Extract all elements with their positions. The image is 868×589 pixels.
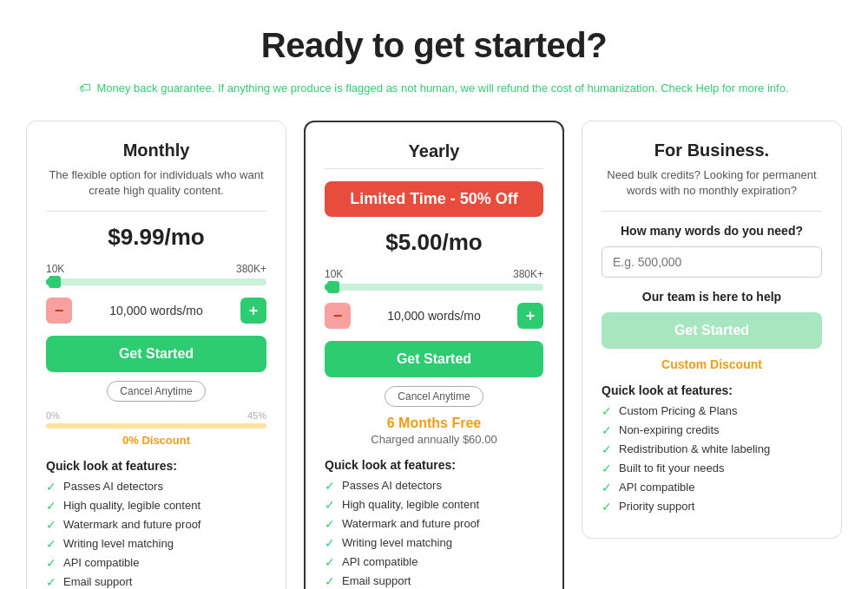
- list-item: ✓ Non-expiring credits: [602, 423, 822, 437]
- yearly-minus-button[interactable]: −: [325, 303, 351, 329]
- monthly-range-max: 380K+: [236, 263, 266, 275]
- guarantee-text: Money back guarantee. If anything we pro…: [96, 82, 788, 95]
- check-icon: ✓: [325, 479, 335, 493]
- yearly-price: $5.00/mo: [325, 229, 543, 256]
- yearly-features-title: Quick look at features:: [325, 458, 543, 472]
- monthly-card: Monthly The flexible option for individu…: [26, 121, 286, 589]
- list-item: ✓ Priority support: [602, 500, 822, 514]
- yearly-get-started-button[interactable]: Get Started: [325, 341, 543, 377]
- business-features-title: Quick look at features:: [602, 383, 822, 397]
- business-get-started-button[interactable]: Get Started: [602, 312, 822, 349]
- our-team-text: Our team is here to help: [602, 290, 822, 304]
- business-title: For Business.: [602, 141, 822, 160]
- yearly-slider-track[interactable]: [325, 284, 543, 291]
- monthly-range-labels: 10K 380K+: [46, 263, 266, 275]
- yearly-plus-button[interactable]: +: [517, 303, 543, 329]
- list-item: ✓ Watermark and future proof: [46, 518, 266, 532]
- monthly-features-title: Quick look at features:: [46, 459, 266, 473]
- monthly-features-section: Quick look at features: ✓ Passes AI dete…: [46, 459, 266, 589]
- monthly-discount-track: [46, 423, 266, 429]
- list-item: ✓ Passes AI detectors: [46, 480, 266, 494]
- list-item: ✓ Redistribution & white labeling: [602, 442, 822, 456]
- business-question: How many words do you need?: [602, 224, 822, 238]
- feature-label: API compatible: [63, 556, 139, 569]
- yearly-promo-banner: Limited Time - 50% Off: [325, 181, 543, 217]
- check-icon: ✓: [325, 555, 335, 569]
- yearly-slider-thumb: [327, 281, 339, 293]
- list-item: ✓ Custom Pricing & Plans: [602, 404, 822, 418]
- feature-label: Custom Pricing & Plans: [619, 404, 738, 417]
- monthly-discount-right: 45%: [247, 410, 266, 421]
- monthly-discount-left: 0%: [46, 410, 60, 421]
- feature-label: Non-expiring credits: [619, 423, 720, 436]
- monthly-cancel-label: Cancel Anytime: [107, 381, 205, 402]
- feature-label: High quality, legible content: [63, 499, 201, 512]
- yearly-range-labels: 10K 380K+: [325, 268, 543, 280]
- list-item: ✓ Passes AI detectors: [325, 479, 543, 493]
- yearly-cancel-label: Cancel Anytime: [385, 386, 483, 407]
- custom-discount-link[interactable]: Custom Discount: [602, 357, 822, 371]
- monthly-discount-section: 0% 45% 0% Discount: [46, 410, 266, 447]
- monthly-stepper-row: − 10,000 words/mo +: [46, 298, 266, 324]
- list-item: ✓ Writing level matching: [325, 536, 543, 550]
- feature-label: Writing level matching: [63, 537, 174, 550]
- list-item: ✓ Writing level matching: [46, 537, 266, 551]
- feature-label: Redistribution & white labeling: [619, 442, 770, 455]
- yearly-range-min: 10K: [325, 268, 343, 280]
- check-icon: ✓: [46, 480, 56, 494]
- business-divider: [602, 211, 822, 212]
- feature-label: Priority support: [619, 500, 694, 513]
- list-item: ✓ API compatible: [602, 481, 822, 494]
- monthly-get-started-button[interactable]: Get Started: [46, 336, 266, 372]
- yearly-cancel-anytime: Cancel Anytime: [325, 386, 543, 407]
- feature-label: Passes AI detectors: [63, 480, 163, 493]
- check-icon: ✓: [602, 423, 612, 437]
- monthly-range-min: 10K: [46, 263, 64, 275]
- check-icon: ✓: [46, 537, 56, 551]
- monthly-title: Monthly: [46, 141, 266, 160]
- check-icon: ✓: [325, 574, 335, 588]
- check-icon: ✓: [602, 461, 612, 475]
- feature-label: API compatible: [619, 481, 694, 494]
- business-subtitle: Need bulk credits? Looking for permanent…: [602, 167, 822, 199]
- business-features-section: Quick look at features: ✓ Custom Pricing…: [602, 383, 822, 514]
- monthly-discount-labels: 0% 45%: [46, 410, 266, 421]
- check-icon: ✓: [46, 518, 56, 532]
- check-icon: ✓: [602, 500, 612, 514]
- check-icon: ✓: [602, 404, 612, 418]
- list-item: ✓ Email support: [46, 575, 266, 589]
- monthly-slider-thumb: [49, 276, 61, 288]
- words-input[interactable]: [602, 246, 822, 278]
- feature-label: Watermark and future proof: [342, 517, 479, 530]
- check-icon: ✓: [325, 498, 335, 512]
- yearly-range-max: 380K+: [513, 268, 543, 280]
- charged-annually-text: Charged annually $60.00: [325, 433, 543, 446]
- monthly-slider-track[interactable]: [46, 278, 266, 285]
- check-icon: ✓: [46, 556, 56, 570]
- yearly-card: Yearly Limited Time - 50% Off $5.00/mo 1…: [304, 121, 564, 589]
- months-free-text: 6 Months Free: [325, 416, 543, 431]
- feature-label: Built to fit your needs: [619, 461, 724, 474]
- yearly-title: Yearly: [325, 141, 543, 161]
- feature-label: Email support: [342, 574, 411, 587]
- monthly-stepper-value: 10,000 words/mo: [109, 304, 202, 317]
- list-item: ✓ Email support: [325, 574, 543, 588]
- business-card: For Business. Need bulk credits? Looking…: [582, 121, 842, 539]
- check-icon: ✓: [325, 536, 335, 550]
- cards-row: Monthly The flexible option for individu…: [17, 121, 851, 589]
- list-item: ✓ API compatible: [325, 555, 543, 569]
- monthly-plus-button[interactable]: +: [240, 298, 266, 324]
- monthly-minus-button[interactable]: −: [46, 298, 72, 324]
- monthly-cancel-anytime: Cancel Anytime: [46, 381, 266, 402]
- guarantee-bar: 🏷 Money back guarantee. If anything we p…: [17, 81, 851, 95]
- monthly-discount-text: 0% Discount: [46, 434, 266, 447]
- yearly-divider: [325, 168, 543, 169]
- feature-label: Watermark and future proof: [63, 518, 201, 531]
- page-title: Ready to get started?: [17, 26, 851, 65]
- list-item: ✓ Built to fit your needs: [602, 461, 822, 475]
- yearly-features-section: Quick look at features: ✓ Passes AI dete…: [325, 458, 543, 588]
- check-icon: ✓: [602, 481, 612, 494]
- check-icon: ✓: [602, 442, 612, 456]
- yearly-stepper-value: 10,000 words/mo: [387, 309, 480, 323]
- feature-label: API compatible: [342, 555, 418, 568]
